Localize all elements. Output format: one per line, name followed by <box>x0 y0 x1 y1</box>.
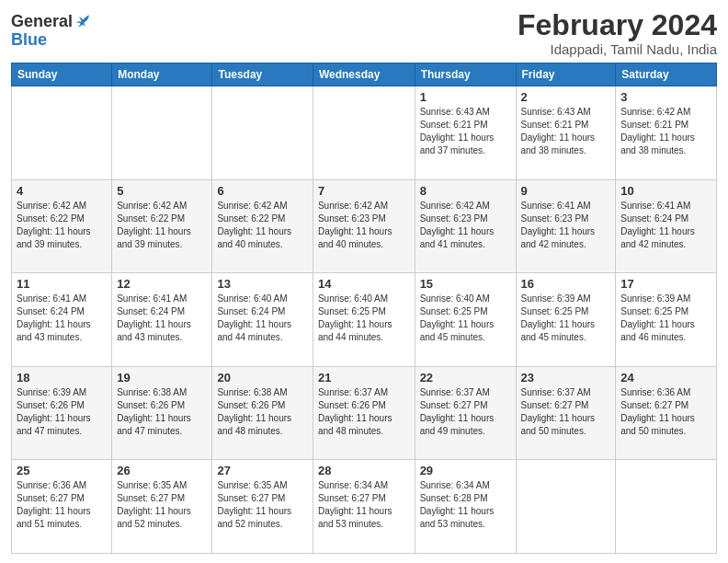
col-header-wednesday: Wednesday <box>313 63 415 86</box>
day-info: Sunrise: 6:36 AM Sunset: 6:27 PM Dayligh… <box>17 479 107 531</box>
day-info: Sunrise: 6:40 AM Sunset: 6:25 PM Dayligh… <box>318 293 410 344</box>
day-cell-13: 13Sunrise: 6:40 AM Sunset: 6:24 PM Dayli… <box>212 273 313 367</box>
day-info: Sunrise: 6:34 AM Sunset: 6:27 PM Dayligh… <box>318 479 410 531</box>
day-number: 4 <box>17 184 107 198</box>
calendar-subtitle: Idappadi, Tamil Nadu, India <box>518 41 717 57</box>
day-info: Sunrise: 6:40 AM Sunset: 6:24 PM Dayligh… <box>217 293 307 344</box>
day-info: Sunrise: 6:41 AM Sunset: 6:24 PM Dayligh… <box>17 293 107 344</box>
day-number: 19 <box>117 371 207 385</box>
day-number: 7 <box>318 184 410 198</box>
day-info: Sunrise: 6:42 AM Sunset: 6:21 PM Dayligh… <box>620 106 711 157</box>
day-info: Sunrise: 6:39 AM Sunset: 6:25 PM Dayligh… <box>521 293 611 344</box>
calendar-table: SundayMondayTuesdayWednesdayThursdayFrid… <box>11 63 717 554</box>
page: General Blue February 2024 Idappadi, Tam… <box>0 0 728 563</box>
empty-cell <box>112 86 212 180</box>
day-number: 25 <box>17 464 107 477</box>
day-cell-25: 25Sunrise: 6:36 AM Sunset: 6:27 PM Dayli… <box>12 460 112 554</box>
day-info: Sunrise: 6:41 AM Sunset: 6:24 PM Dayligh… <box>117 293 207 344</box>
day-info: Sunrise: 6:37 AM Sunset: 6:27 PM Dayligh… <box>420 386 511 438</box>
day-info: Sunrise: 6:39 AM Sunset: 6:25 PM Dayligh… <box>620 293 711 344</box>
empty-cell <box>313 86 415 180</box>
day-number: 11 <box>17 277 107 291</box>
day-cell-18: 18Sunrise: 6:39 AM Sunset: 6:26 PM Dayli… <box>12 366 112 460</box>
day-info: Sunrise: 6:42 AM Sunset: 6:22 PM Dayligh… <box>117 200 207 251</box>
day-info: Sunrise: 6:37 AM Sunset: 6:26 PM Dayligh… <box>318 386 410 438</box>
logo: General Blue <box>11 13 91 50</box>
day-info: Sunrise: 6:43 AM Sunset: 6:21 PM Dayligh… <box>521 106 611 157</box>
day-number: 22 <box>420 371 511 385</box>
day-cell-29: 29Sunrise: 6:34 AM Sunset: 6:28 PM Dayli… <box>415 460 516 554</box>
day-number: 18 <box>17 371 107 385</box>
day-cell-20: 20Sunrise: 6:38 AM Sunset: 6:26 PM Dayli… <box>212 366 313 460</box>
day-info: Sunrise: 6:42 AM Sunset: 6:22 PM Dayligh… <box>217 200 307 251</box>
day-info: Sunrise: 6:42 AM Sunset: 6:22 PM Dayligh… <box>17 200 107 251</box>
day-number: 10 <box>620 184 711 198</box>
day-number: 1 <box>420 90 511 104</box>
logo-bird-icon <box>74 13 91 29</box>
day-cell-8: 8Sunrise: 6:42 AM Sunset: 6:23 PM Daylig… <box>415 179 516 273</box>
day-cell-27: 27Sunrise: 6:35 AM Sunset: 6:27 PM Dayli… <box>212 460 313 554</box>
week-row-5: 25Sunrise: 6:36 AM Sunset: 6:27 PM Dayli… <box>12 460 717 554</box>
day-info: Sunrise: 6:39 AM Sunset: 6:26 PM Dayligh… <box>17 386 107 438</box>
header: General Blue February 2024 Idappadi, Tam… <box>11 9 717 57</box>
week-row-4: 18Sunrise: 6:39 AM Sunset: 6:26 PM Dayli… <box>12 366 717 460</box>
day-cell-11: 11Sunrise: 6:41 AM Sunset: 6:24 PM Dayli… <box>12 273 112 367</box>
col-header-sunday: Sunday <box>12 63 112 86</box>
day-info: Sunrise: 6:35 AM Sunset: 6:27 PM Dayligh… <box>217 479 307 531</box>
day-number: 3 <box>620 90 711 104</box>
week-row-2: 4Sunrise: 6:42 AM Sunset: 6:22 PM Daylig… <box>12 179 717 273</box>
day-info: Sunrise: 6:41 AM Sunset: 6:23 PM Dayligh… <box>521 200 611 251</box>
day-cell-16: 16Sunrise: 6:39 AM Sunset: 6:25 PM Dayli… <box>516 273 616 367</box>
day-cell-17: 17Sunrise: 6:39 AM Sunset: 6:25 PM Dayli… <box>616 273 717 367</box>
empty-cell <box>516 460 616 554</box>
day-cell-14: 14Sunrise: 6:40 AM Sunset: 6:25 PM Dayli… <box>313 273 415 367</box>
day-info: Sunrise: 6:38 AM Sunset: 6:26 PM Dayligh… <box>117 386 207 438</box>
day-number: 29 <box>420 464 511 477</box>
day-number: 21 <box>318 371 410 385</box>
day-info: Sunrise: 6:34 AM Sunset: 6:28 PM Dayligh… <box>420 479 511 531</box>
day-cell-23: 23Sunrise: 6:37 AM Sunset: 6:27 PM Dayli… <box>516 366 616 460</box>
day-cell-21: 21Sunrise: 6:37 AM Sunset: 6:26 PM Dayli… <box>313 366 415 460</box>
col-header-friday: Friday <box>516 63 616 86</box>
day-cell-7: 7Sunrise: 6:42 AM Sunset: 6:23 PM Daylig… <box>313 179 415 273</box>
day-info: Sunrise: 6:35 AM Sunset: 6:27 PM Dayligh… <box>117 479 207 531</box>
empty-cell <box>12 86 112 180</box>
day-number: 26 <box>117 464 207 477</box>
day-cell-10: 10Sunrise: 6:41 AM Sunset: 6:24 PM Dayli… <box>616 179 717 273</box>
day-info: Sunrise: 6:38 AM Sunset: 6:26 PM Dayligh… <box>217 386 307 438</box>
day-cell-3: 3Sunrise: 6:42 AM Sunset: 6:21 PM Daylig… <box>616 86 717 180</box>
title-block: February 2024 Idappadi, Tamil Nadu, Indi… <box>518 9 717 57</box>
week-row-3: 11Sunrise: 6:41 AM Sunset: 6:24 PM Dayli… <box>12 273 717 367</box>
empty-cell <box>212 86 313 180</box>
day-number: 27 <box>217 464 307 477</box>
day-cell-15: 15Sunrise: 6:40 AM Sunset: 6:25 PM Dayli… <box>415 273 516 367</box>
calendar-title: February 2024 <box>518 9 717 41</box>
col-header-thursday: Thursday <box>415 63 516 86</box>
day-number: 28 <box>318 464 410 477</box>
day-number: 13 <box>217 277 307 291</box>
day-cell-19: 19Sunrise: 6:38 AM Sunset: 6:26 PM Dayli… <box>112 366 212 460</box>
day-info: Sunrise: 6:43 AM Sunset: 6:21 PM Dayligh… <box>420 106 511 157</box>
day-info: Sunrise: 6:42 AM Sunset: 6:23 PM Dayligh… <box>420 200 511 251</box>
empty-cell <box>616 460 717 554</box>
day-cell-12: 12Sunrise: 6:41 AM Sunset: 6:24 PM Dayli… <box>112 273 212 367</box>
day-number: 15 <box>420 277 511 291</box>
col-header-tuesday: Tuesday <box>212 63 313 86</box>
day-number: 16 <box>521 277 611 291</box>
day-number: 14 <box>318 277 410 291</box>
day-number: 9 <box>521 184 611 198</box>
day-number: 17 <box>620 277 711 291</box>
day-info: Sunrise: 6:40 AM Sunset: 6:25 PM Dayligh… <box>420 293 511 344</box>
col-header-monday: Monday <box>112 63 212 86</box>
day-info: Sunrise: 6:42 AM Sunset: 6:23 PM Dayligh… <box>318 200 410 251</box>
day-cell-6: 6Sunrise: 6:42 AM Sunset: 6:22 PM Daylig… <box>212 179 313 273</box>
day-cell-5: 5Sunrise: 6:42 AM Sunset: 6:22 PM Daylig… <box>112 179 212 273</box>
day-info: Sunrise: 6:41 AM Sunset: 6:24 PM Dayligh… <box>620 200 711 251</box>
day-number: 8 <box>420 184 511 198</box>
day-cell-26: 26Sunrise: 6:35 AM Sunset: 6:27 PM Dayli… <box>112 460 212 554</box>
day-cell-1: 1Sunrise: 6:43 AM Sunset: 6:21 PM Daylig… <box>415 86 516 180</box>
header-row: SundayMondayTuesdayWednesdayThursdayFrid… <box>12 63 717 86</box>
day-cell-2: 2Sunrise: 6:43 AM Sunset: 6:21 PM Daylig… <box>516 86 616 180</box>
logo-text-general: General <box>11 13 73 31</box>
day-cell-28: 28Sunrise: 6:34 AM Sunset: 6:27 PM Dayli… <box>313 460 415 554</box>
